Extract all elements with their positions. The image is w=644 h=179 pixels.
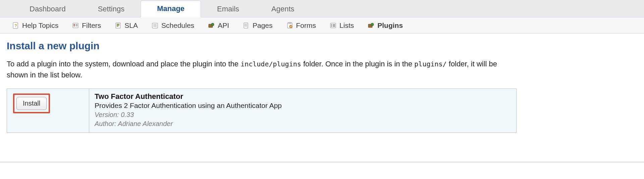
svg-rect-19 <box>288 22 291 23</box>
plugin-info-cell: Two Factor Authenticator Provides 2 Fact… <box>89 89 516 132</box>
tab-agents[interactable]: Agents <box>255 1 311 17</box>
tab-dashboard[interactable]: Dashboard <box>13 1 82 17</box>
subnav-sla-label: SLA <box>124 21 138 29</box>
sla-icon <box>114 22 122 29</box>
subnav-lists-label: Lists <box>339 21 354 29</box>
plugin-name: Two Factor Authenticator <box>95 92 511 101</box>
plugin-author: Author: Adriane Alexander <box>95 120 511 128</box>
install-button[interactable]: Install <box>16 97 47 110</box>
page-desc-code1: include/plugins <box>240 60 301 68</box>
plugin-row: Install Two Factor Authenticator Provide… <box>7 88 517 133</box>
subnav-plugins[interactable]: Plugins <box>365 20 405 31</box>
plugin-version: Version: 0.33 <box>95 111 511 119</box>
subnav-api-label: API <box>218 21 229 29</box>
tab-manage[interactable]: Manage <box>141 0 201 17</box>
install-highlight: Install <box>13 94 50 113</box>
subnav-pages-label: Pages <box>253 21 273 29</box>
subnav-forms[interactable]: Forms <box>284 20 318 31</box>
svg-rect-3 <box>73 24 75 25</box>
lists-icon <box>329 22 337 29</box>
tab-emails[interactable]: Emails <box>201 1 255 17</box>
pages-icon <box>243 22 250 29</box>
page-description: To add a plugin into the system, downloa… <box>7 58 517 80</box>
api-icon <box>208 22 215 29</box>
bottom-divider <box>0 162 644 163</box>
subnav-schedules[interactable]: Schedules <box>149 20 196 31</box>
svg-rect-4 <box>73 25 75 26</box>
page-title: Install a new plugin <box>7 40 637 52</box>
subnav-help-topics[interactable]: ? Help Topics <box>10 20 60 31</box>
subnav-api[interactable]: API <box>206 20 231 31</box>
subnav-schedules-label: Schedules <box>161 21 194 29</box>
svg-rect-6 <box>76 25 77 26</box>
subnav-help-topics-label: Help Topics <box>22 21 58 29</box>
plugin-install-cell: Install <box>7 89 89 132</box>
plugins-icon <box>367 22 375 29</box>
help-topics-icon: ? <box>12 22 19 29</box>
page-desc-code2: plugins/ <box>414 60 446 68</box>
filters-icon <box>72 22 79 29</box>
svg-point-13 <box>211 23 214 26</box>
top-tabs: Dashboard Settings Manage Emails Agents <box>0 0 644 17</box>
svg-rect-14 <box>244 23 248 28</box>
schedules-icon <box>151 22 159 29</box>
page-desc-mid: folder. Once in the plugin is in the <box>301 60 415 68</box>
forms-icon <box>286 22 293 29</box>
subnav-plugins-label: Plugins <box>377 21 403 29</box>
svg-point-29 <box>371 23 374 26</box>
subnav-lists[interactable]: Lists <box>327 20 356 31</box>
subnav-filters-label: Filters <box>82 21 101 29</box>
sub-nav: ? Help Topics Filters SLA Schedules API … <box>0 17 644 34</box>
subnav-filters[interactable]: Filters <box>70 20 103 31</box>
content-area: Install a new plugin To add a plugin int… <box>0 34 644 133</box>
svg-text:?: ? <box>14 23 17 28</box>
svg-rect-5 <box>76 24 77 25</box>
page-desc-prefix: To add a plugin into the system, downloa… <box>7 60 240 68</box>
plugin-description: Provides 2 Factor Authentication using a… <box>95 102 511 110</box>
subnav-pages[interactable]: Pages <box>240 20 275 31</box>
subnav-forms-label: Forms <box>296 21 316 29</box>
subnav-sla[interactable]: SLA <box>112 20 140 31</box>
tab-settings[interactable]: Settings <box>82 1 141 17</box>
